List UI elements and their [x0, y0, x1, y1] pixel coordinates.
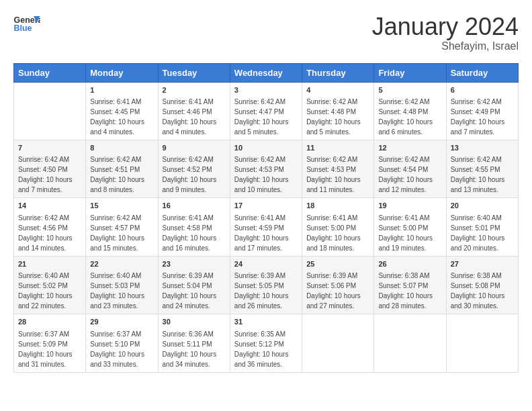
- calendar-cell: 30Sunrise: 6:36 AM Sunset: 5:11 PM Dayli…: [158, 314, 230, 372]
- calendar-cell: 12Sunrise: 6:42 AM Sunset: 4:54 PM Dayli…: [374, 140, 446, 197]
- day-number: 11: [306, 143, 369, 153]
- calendar-cell: [374, 314, 446, 372]
- calendar-cell: 17Sunrise: 6:41 AM Sunset: 4:59 PM Dayli…: [230, 198, 302, 256]
- day-number: 13: [451, 143, 514, 153]
- calendar-cell: 23Sunrise: 6:39 AM Sunset: 5:04 PM Dayli…: [158, 256, 230, 314]
- day-number: 6: [451, 85, 514, 95]
- day-content: Sunrise: 6:42 AM Sunset: 4:49 PM Dayligh…: [451, 98, 505, 136]
- week-row-5: 28Sunrise: 6:37 AM Sunset: 5:09 PM Dayli…: [14, 314, 519, 372]
- day-content: Sunrise: 6:40 AM Sunset: 5:03 PM Dayligh…: [90, 272, 144, 310]
- day-number: 15: [90, 201, 153, 211]
- page-header: General Blue January 2024 Shefayim, Isra…: [13, 13, 519, 52]
- calendar-cell: [446, 314, 518, 372]
- calendar-table: SundayMondayTuesdayWednesdayThursdayFrid…: [13, 63, 519, 373]
- calendar-cell: 28Sunrise: 6:37 AM Sunset: 5:09 PM Dayli…: [14, 314, 86, 372]
- day-content: Sunrise: 6:42 AM Sunset: 4:54 PM Dayligh…: [378, 156, 433, 193]
- day-content: Sunrise: 6:39 AM Sunset: 5:05 PM Dayligh…: [234, 272, 289, 310]
- calendar-cell: 10Sunrise: 6:42 AM Sunset: 4:53 PM Dayli…: [230, 140, 302, 197]
- day-number: 30: [163, 317, 226, 327]
- calendar-cell: 13Sunrise: 6:42 AM Sunset: 4:55 PM Dayli…: [446, 140, 518, 197]
- week-row-3: 14Sunrise: 6:42 AM Sunset: 4:56 PM Dayli…: [14, 198, 519, 256]
- day-number: 8: [90, 143, 153, 153]
- day-content: Sunrise: 6:42 AM Sunset: 4:52 PM Dayligh…: [163, 156, 217, 193]
- day-content: Sunrise: 6:39 AM Sunset: 5:04 PM Dayligh…: [163, 272, 217, 310]
- day-content: Sunrise: 6:42 AM Sunset: 4:50 PM Dayligh…: [18, 156, 73, 193]
- calendar-cell: 1Sunrise: 6:41 AM Sunset: 4:45 PM Daylig…: [86, 82, 158, 140]
- weekday-header-tuesday: Tuesday: [158, 63, 230, 82]
- day-number: 4: [306, 85, 369, 95]
- calendar-cell: 26Sunrise: 6:38 AM Sunset: 5:07 PM Dayli…: [374, 256, 446, 314]
- day-content: Sunrise: 6:36 AM Sunset: 5:11 PM Dayligh…: [163, 330, 217, 368]
- day-content: Sunrise: 6:41 AM Sunset: 4:59 PM Dayligh…: [234, 214, 289, 252]
- week-row-2: 7Sunrise: 6:42 AM Sunset: 4:50 PM Daylig…: [14, 140, 519, 197]
- day-number: 12: [378, 143, 441, 153]
- calendar-cell: 14Sunrise: 6:42 AM Sunset: 4:56 PM Dayli…: [14, 198, 86, 256]
- calendar-cell: 29Sunrise: 6:37 AM Sunset: 5:10 PM Dayli…: [86, 314, 158, 372]
- calendar-cell: 24Sunrise: 6:39 AM Sunset: 5:05 PM Dayli…: [230, 256, 302, 314]
- day-content: Sunrise: 6:40 AM Sunset: 5:01 PM Dayligh…: [451, 214, 505, 252]
- calendar-cell: [302, 314, 374, 372]
- day-number: 10: [234, 143, 298, 153]
- day-number: 7: [18, 143, 81, 153]
- calendar-cell: 6Sunrise: 6:42 AM Sunset: 4:49 PM Daylig…: [446, 82, 518, 140]
- calendar-cell: 15Sunrise: 6:42 AM Sunset: 4:57 PM Dayli…: [86, 198, 158, 256]
- logo-icon: General Blue: [13, 13, 40, 37]
- day-number: 26: [378, 259, 441, 269]
- day-content: Sunrise: 6:42 AM Sunset: 4:47 PM Dayligh…: [234, 98, 289, 136]
- weekday-header-monday: Monday: [86, 63, 158, 82]
- title-block: January 2024 Shefayim, Israel: [372, 13, 519, 52]
- day-number: 24: [234, 259, 298, 269]
- calendar-cell: [14, 82, 86, 140]
- calendar-cell: 8Sunrise: 6:42 AM Sunset: 4:51 PM Daylig…: [86, 140, 158, 197]
- calendar-cell: 31Sunrise: 6:35 AM Sunset: 5:12 PM Dayli…: [230, 314, 302, 372]
- day-content: Sunrise: 6:41 AM Sunset: 5:00 PM Dayligh…: [378, 214, 433, 252]
- week-row-4: 21Sunrise: 6:40 AM Sunset: 5:02 PM Dayli…: [14, 256, 519, 314]
- weekday-header-wednesday: Wednesday: [230, 63, 302, 82]
- day-number: 23: [163, 259, 226, 269]
- day-content: Sunrise: 6:35 AM Sunset: 5:12 PM Dayligh…: [234, 330, 289, 368]
- calendar-cell: 16Sunrise: 6:41 AM Sunset: 4:58 PM Dayli…: [158, 198, 230, 256]
- day-content: Sunrise: 6:38 AM Sunset: 5:07 PM Dayligh…: [378, 272, 433, 310]
- calendar-cell: 20Sunrise: 6:40 AM Sunset: 5:01 PM Dayli…: [446, 198, 518, 256]
- weekday-header-row: SundayMondayTuesdayWednesdayThursdayFrid…: [14, 63, 519, 82]
- svg-text:Blue: Blue: [14, 24, 32, 33]
- day-content: Sunrise: 6:42 AM Sunset: 4:56 PM Dayligh…: [18, 214, 73, 252]
- day-content: Sunrise: 6:37 AM Sunset: 5:09 PM Dayligh…: [18, 330, 73, 368]
- day-number: 1: [90, 85, 153, 95]
- day-number: 19: [378, 201, 441, 211]
- day-number: 25: [306, 259, 369, 269]
- month-title: January 2024: [372, 13, 519, 40]
- day-number: 31: [234, 317, 298, 327]
- calendar-cell: 19Sunrise: 6:41 AM Sunset: 5:00 PM Dayli…: [374, 198, 446, 256]
- day-number: 20: [451, 201, 514, 211]
- calendar-cell: 22Sunrise: 6:40 AM Sunset: 5:03 PM Dayli…: [86, 256, 158, 314]
- calendar-cell: 7Sunrise: 6:42 AM Sunset: 4:50 PM Daylig…: [14, 140, 86, 197]
- calendar-cell: 25Sunrise: 6:39 AM Sunset: 5:06 PM Dayli…: [302, 256, 374, 314]
- calendar-cell: 21Sunrise: 6:40 AM Sunset: 5:02 PM Dayli…: [14, 256, 86, 314]
- calendar-cell: 18Sunrise: 6:41 AM Sunset: 5:00 PM Dayli…: [302, 198, 374, 256]
- calendar-cell: 27Sunrise: 6:38 AM Sunset: 5:08 PM Dayli…: [446, 256, 518, 314]
- day-content: Sunrise: 6:42 AM Sunset: 4:57 PM Dayligh…: [90, 214, 144, 252]
- day-content: Sunrise: 6:42 AM Sunset: 4:51 PM Dayligh…: [90, 156, 144, 193]
- location-title: Shefayim, Israel: [372, 40, 519, 52]
- day-number: 21: [18, 259, 81, 269]
- day-number: 28: [18, 317, 81, 327]
- day-content: Sunrise: 6:42 AM Sunset: 4:48 PM Dayligh…: [378, 98, 433, 136]
- day-content: Sunrise: 6:38 AM Sunset: 5:08 PM Dayligh…: [451, 272, 505, 310]
- day-number: 9: [163, 143, 226, 153]
- calendar-cell: 2Sunrise: 6:41 AM Sunset: 4:46 PM Daylig…: [158, 82, 230, 140]
- day-number: 17: [234, 201, 298, 211]
- day-content: Sunrise: 6:41 AM Sunset: 5:00 PM Dayligh…: [306, 214, 361, 252]
- day-number: 2: [163, 85, 226, 95]
- day-content: Sunrise: 6:42 AM Sunset: 4:53 PM Dayligh…: [234, 156, 289, 193]
- day-number: 5: [378, 85, 441, 95]
- calendar-cell: 4Sunrise: 6:42 AM Sunset: 4:48 PM Daylig…: [302, 82, 374, 140]
- weekday-header-sunday: Sunday: [14, 63, 86, 82]
- day-content: Sunrise: 6:42 AM Sunset: 4:48 PM Dayligh…: [306, 98, 361, 136]
- weekday-header-saturday: Saturday: [446, 63, 518, 82]
- day-content: Sunrise: 6:40 AM Sunset: 5:02 PM Dayligh…: [18, 272, 73, 310]
- day-number: 3: [234, 85, 298, 95]
- day-number: 22: [90, 259, 153, 269]
- day-content: Sunrise: 6:41 AM Sunset: 4:46 PM Dayligh…: [163, 98, 217, 136]
- day-content: Sunrise: 6:42 AM Sunset: 4:55 PM Dayligh…: [451, 156, 505, 193]
